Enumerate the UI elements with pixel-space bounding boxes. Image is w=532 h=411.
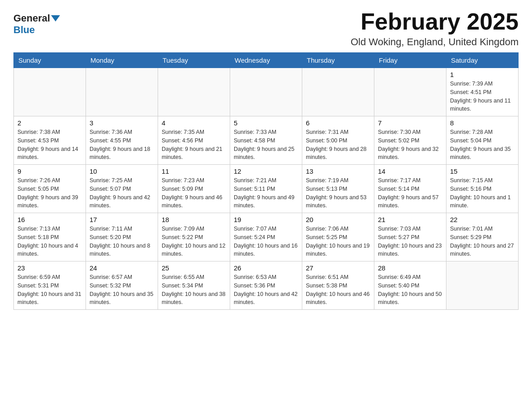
day-number: 28 [378, 264, 442, 272]
day-number: 5 [234, 119, 298, 127]
calendar-day-cell: 5Sunrise: 7:33 AM Sunset: 4:58 PM Daylig… [230, 116, 302, 165]
calendar-week-row: 2Sunrise: 7:38 AM Sunset: 4:53 PM Daylig… [14, 116, 519, 165]
day-info: Sunrise: 7:17 AM Sunset: 5:14 PM Dayligh… [378, 176, 442, 210]
day-info: Sunrise: 7:11 AM Sunset: 5:20 PM Dayligh… [90, 225, 154, 258]
calendar-day-cell: 11Sunrise: 7:23 AM Sunset: 5:09 PM Dayli… [158, 165, 230, 213]
day-info: Sunrise: 7:07 AM Sunset: 5:24 PM Dayligh… [234, 225, 298, 258]
day-info: Sunrise: 7:39 AM Sunset: 4:51 PM Dayligh… [450, 80, 515, 113]
calendar-day-cell: 2Sunrise: 7:38 AM Sunset: 4:53 PM Daylig… [14, 116, 86, 165]
day-info: Sunrise: 6:57 AM Sunset: 5:32 PM Dayligh… [90, 273, 154, 307]
day-info: Sunrise: 7:03 AM Sunset: 5:27 PM Dayligh… [378, 225, 442, 258]
day-info: Sunrise: 7:15 AM Sunset: 5:16 PM Dayligh… [450, 176, 515, 210]
calendar-day-cell: 19Sunrise: 7:07 AM Sunset: 5:24 PM Dayli… [230, 213, 302, 261]
location-subtitle: Old Woking, England, United Kingdom [351, 36, 519, 48]
calendar-day-cell [158, 68, 230, 116]
day-number: 12 [234, 167, 298, 175]
day-number: 22 [450, 216, 515, 223]
day-info: Sunrise: 7:33 AM Sunset: 4:58 PM Dayligh… [234, 128, 298, 162]
day-number: 11 [162, 167, 226, 175]
day-of-week-header: Tuesday [158, 53, 230, 68]
day-number: 23 [17, 264, 82, 272]
calendar-day-cell: 8Sunrise: 7:28 AM Sunset: 5:04 PM Daylig… [446, 116, 519, 165]
calendar-header-row: SundayMondayTuesdayWednesdayThursdayFrid… [14, 53, 519, 68]
day-number: 7 [378, 119, 442, 127]
calendar-day-cell: 24Sunrise: 6:57 AM Sunset: 5:32 PM Dayli… [86, 261, 158, 310]
calendar-day-cell: 6Sunrise: 7:31 AM Sunset: 5:00 PM Daylig… [302, 116, 374, 165]
day-info: Sunrise: 7:31 AM Sunset: 5:00 PM Dayligh… [306, 128, 370, 162]
day-number: 15 [450, 167, 515, 175]
page-header: General Blue February 2025 Old Woking, E… [13, 9, 519, 48]
calendar-day-cell: 3Sunrise: 7:36 AM Sunset: 4:55 PM Daylig… [86, 116, 158, 165]
calendar-day-cell [14, 68, 86, 116]
calendar-day-cell [374, 68, 446, 116]
day-info: Sunrise: 7:25 AM Sunset: 5:07 PM Dayligh… [90, 176, 154, 210]
day-info: Sunrise: 7:30 AM Sunset: 5:02 PM Dayligh… [378, 128, 442, 162]
calendar-day-cell: 14Sunrise: 7:17 AM Sunset: 5:14 PM Dayli… [374, 165, 446, 213]
calendar-table: SundayMondayTuesdayWednesdayThursdayFrid… [13, 52, 519, 310]
day-number: 26 [234, 264, 298, 272]
day-of-week-header: Wednesday [230, 53, 302, 68]
calendar-day-cell: 26Sunrise: 6:53 AM Sunset: 5:36 PM Dayli… [230, 261, 302, 310]
day-number: 27 [306, 264, 370, 272]
calendar-day-cell: 18Sunrise: 7:09 AM Sunset: 5:22 PM Dayli… [158, 213, 230, 261]
day-number: 14 [378, 167, 442, 175]
day-info: Sunrise: 7:01 AM Sunset: 5:29 PM Dayligh… [450, 225, 515, 258]
calendar-day-cell [302, 68, 374, 116]
day-number: 19 [234, 216, 298, 223]
day-of-week-header: Thursday [302, 53, 374, 68]
day-of-week-header: Friday [374, 53, 446, 68]
calendar-day-cell: 4Sunrise: 7:35 AM Sunset: 4:56 PM Daylig… [158, 116, 230, 165]
day-number: 9 [17, 167, 82, 175]
calendar-day-cell: 22Sunrise: 7:01 AM Sunset: 5:29 PM Dayli… [446, 213, 519, 261]
calendar-day-cell [446, 261, 519, 310]
calendar-day-cell: 10Sunrise: 7:25 AM Sunset: 5:07 PM Dayli… [86, 165, 158, 213]
day-number: 25 [162, 264, 226, 272]
logo-triangle-icon [51, 15, 60, 21]
day-info: Sunrise: 6:53 AM Sunset: 5:36 PM Dayligh… [234, 273, 298, 307]
day-number: 1 [450, 71, 515, 78]
day-info: Sunrise: 6:59 AM Sunset: 5:31 PM Dayligh… [17, 273, 82, 307]
day-number: 16 [17, 216, 82, 223]
day-info: Sunrise: 7:23 AM Sunset: 5:09 PM Dayligh… [162, 176, 226, 210]
logo-blue-text: Blue [13, 24, 35, 35]
calendar-day-cell: 12Sunrise: 7:21 AM Sunset: 5:11 PM Dayli… [230, 165, 302, 213]
day-number: 17 [90, 216, 154, 223]
day-info: Sunrise: 7:21 AM Sunset: 5:11 PM Dayligh… [234, 176, 298, 210]
calendar-day-cell: 15Sunrise: 7:15 AM Sunset: 5:16 PM Dayli… [446, 165, 519, 213]
calendar-day-cell: 25Sunrise: 6:55 AM Sunset: 5:34 PM Dayli… [158, 261, 230, 310]
day-number: 18 [162, 216, 226, 223]
day-number: 21 [378, 216, 442, 223]
calendar-day-cell [230, 68, 302, 116]
calendar-day-cell: 9Sunrise: 7:26 AM Sunset: 5:05 PM Daylig… [14, 165, 86, 213]
day-info: Sunrise: 7:28 AM Sunset: 5:04 PM Dayligh… [450, 128, 515, 162]
logo-general-text: General [13, 13, 50, 24]
day-info: Sunrise: 6:49 AM Sunset: 5:40 PM Dayligh… [378, 273, 442, 307]
day-number: 13 [306, 167, 370, 175]
day-of-week-header: Sunday [14, 53, 86, 68]
day-info: Sunrise: 6:55 AM Sunset: 5:34 PM Dayligh… [162, 273, 226, 307]
calendar-day-cell: 28Sunrise: 6:49 AM Sunset: 5:40 PM Dayli… [374, 261, 446, 310]
day-number: 6 [306, 119, 370, 127]
day-number: 3 [90, 119, 154, 127]
day-of-week-header: Monday [86, 53, 158, 68]
title-block: February 2025 Old Woking, England, Unite… [351, 9, 519, 48]
day-number: 2 [17, 119, 82, 127]
day-info: Sunrise: 7:38 AM Sunset: 4:53 PM Dayligh… [17, 128, 82, 162]
calendar-day-cell: 27Sunrise: 6:51 AM Sunset: 5:38 PM Dayli… [302, 261, 374, 310]
calendar-day-cell [86, 68, 158, 116]
calendar-day-cell: 1Sunrise: 7:39 AM Sunset: 4:51 PM Daylig… [446, 68, 519, 116]
day-info: Sunrise: 7:19 AM Sunset: 5:13 PM Dayligh… [306, 176, 370, 210]
day-info: Sunrise: 7:06 AM Sunset: 5:25 PM Dayligh… [306, 225, 370, 258]
day-info: Sunrise: 7:35 AM Sunset: 4:56 PM Dayligh… [162, 128, 226, 162]
day-number: 4 [162, 119, 226, 127]
calendar-day-cell: 17Sunrise: 7:11 AM Sunset: 5:20 PM Dayli… [86, 213, 158, 261]
calendar-day-cell: 21Sunrise: 7:03 AM Sunset: 5:27 PM Dayli… [374, 213, 446, 261]
calendar-week-row: 23Sunrise: 6:59 AM Sunset: 5:31 PM Dayli… [14, 261, 519, 310]
logo: General Blue [13, 13, 61, 36]
calendar-week-row: 16Sunrise: 7:13 AM Sunset: 5:18 PM Dayli… [14, 213, 519, 261]
calendar-day-cell: 23Sunrise: 6:59 AM Sunset: 5:31 PM Dayli… [14, 261, 86, 310]
day-info: Sunrise: 7:36 AM Sunset: 4:55 PM Dayligh… [90, 128, 154, 162]
day-number: 24 [90, 264, 154, 272]
day-info: Sunrise: 6:51 AM Sunset: 5:38 PM Dayligh… [306, 273, 370, 307]
day-info: Sunrise: 7:13 AM Sunset: 5:18 PM Dayligh… [17, 225, 82, 258]
